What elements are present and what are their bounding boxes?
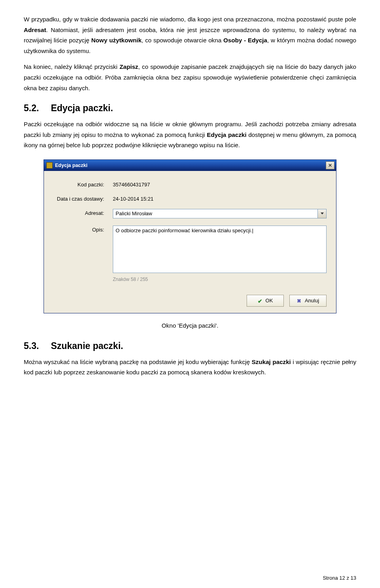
heading-5-2: 5.2.Edycja paczki. (24, 103, 356, 114)
paragraph-szukaj: Można wyszukać na liście wybraną paczkę … (24, 357, 356, 378)
bold-nowy-uzytkownik: Nowy użytkownik (91, 37, 142, 44)
app-icon (46, 162, 53, 169)
edit-package-dialog: Edycja paczki ✕ Kod paczki: 357466043179… (44, 159, 336, 313)
heading-number: 5.3. (24, 341, 39, 351)
close-button[interactable]: ✕ (326, 161, 334, 169)
chevron-down-icon (321, 212, 324, 214)
label-adresat: Adresat: (53, 209, 113, 216)
row-opis: Opis: O odbiorze paczki poinformować kie… (53, 226, 327, 282)
adresat-input[interactable] (113, 209, 318, 218)
heading-title: Szukanie paczki. (51, 341, 123, 351)
opis-field: O odbiorze paczki poinformować kierownik… (113, 226, 327, 282)
text: Można wyszukać na liście wybraną paczkę … (24, 358, 252, 365)
bold-zapisz: Zapisz (120, 63, 138, 70)
row-kod-paczki: Kod paczki: 3574660431797 (53, 180, 327, 188)
ok-button-label: OK (266, 298, 273, 303)
dialog-body: Kod paczki: 3574660431797 Data i czas do… (44, 171, 336, 295)
adresat-combo[interactable] (113, 209, 327, 218)
label-data-dostawy: Data i czas dostawy: (53, 195, 113, 202)
close-icon: ✕ (328, 163, 332, 168)
dialog-title: Edycja paczki (55, 163, 326, 168)
cancel-button-label: Anuluj (305, 298, 319, 303)
paragraph-edycja-intro: Paczki oczekujące na odbiór widoczne są … (24, 119, 356, 151)
dialog-titlebar: Edycja paczki ✕ (44, 160, 336, 171)
char-count: Znaków 58 / 255 (113, 277, 327, 282)
value-data-dostawy: 24-10-2014 15:21 (113, 195, 154, 202)
check-icon (258, 298, 263, 303)
opis-textarea[interactable]: O odbiorze paczki poinformować kierownik… (113, 226, 327, 273)
bold-edycja-paczki: Edycja paczki (207, 131, 247, 138)
adresat-dropdown-button[interactable] (318, 209, 327, 218)
cancel-icon (297, 298, 302, 303)
heading-5-3: 5.3.Szukanie paczki. (24, 341, 356, 351)
dialog-button-row: OK Anuluj (44, 295, 336, 313)
paragraph-adresat-intro: W przypadku, gdy w trakcie dodawania pac… (24, 14, 356, 56)
text: W przypadku, gdy w trakcie dodawania pac… (24, 16, 356, 23)
heading-number: 5.2. (24, 103, 39, 114)
text: , co spowoduje otwarcie okna (142, 37, 223, 44)
label-kod-paczki: Kod paczki: (53, 180, 113, 188)
label-opis: Opis: (53, 226, 113, 233)
dialog-screenshot: Edycja paczki ✕ Kod paczki: 357466043179… (24, 159, 356, 313)
paragraph-zapisz: Na koniec, należy kliknąć przyciski Zapi… (24, 62, 356, 93)
document-page: W przypadku, gdy w trakcie dodawania pac… (0, 0, 380, 588)
value-kod-paczki: 3574660431797 (113, 180, 150, 188)
bold-szukaj-paczki: Szukaj paczki (252, 358, 291, 365)
cancel-button[interactable]: Anuluj (289, 295, 327, 307)
row-adresat: Adresat: (53, 209, 327, 218)
page-footer: Strona 12 z 13 (323, 575, 356, 581)
heading-title: Edycja paczki. (51, 103, 113, 113)
figure-caption: Okno 'Edycja paczki'. (24, 321, 356, 331)
ok-button[interactable]: OK (247, 295, 284, 307)
text: Na koniec, należy kliknąć przyciski (24, 63, 120, 70)
row-data-dostawy: Data i czas dostawy: 24-10-2014 15:21 (53, 195, 327, 202)
bold-osoby-edycja: Osoby - Edycja (223, 37, 267, 44)
bold-adresat: Adresat (24, 27, 46, 33)
